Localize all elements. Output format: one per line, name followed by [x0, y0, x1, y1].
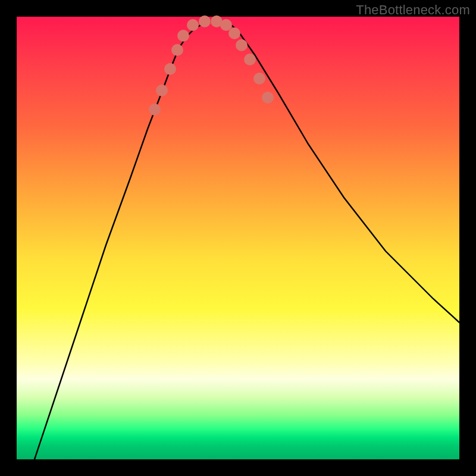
marker-dot — [244, 54, 256, 65]
chart-svg — [17, 17, 459, 459]
marker-dot — [262, 92, 274, 104]
marker-dot — [156, 84, 168, 96]
plot-area — [17, 17, 459, 459]
marker-dot — [253, 73, 265, 84]
marker-dot — [187, 19, 199, 31]
watermark-text: TheBottleneck.com — [356, 2, 470, 18]
marker-dot — [164, 63, 176, 75]
marker-dot — [171, 44, 183, 56]
marker-dot — [199, 15, 211, 27]
bottleneck-curve — [35, 20, 459, 459]
marker-dot — [177, 30, 189, 42]
marker-dot — [236, 39, 248, 51]
marker-dot — [149, 104, 161, 115]
highlight-cluster — [149, 15, 274, 115]
marker-dot — [228, 27, 240, 39]
